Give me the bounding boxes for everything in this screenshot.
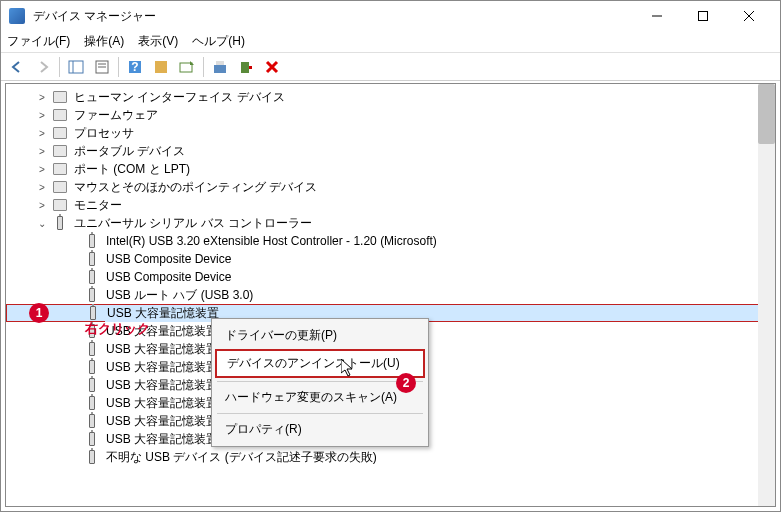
annotation-badge-1: 1 bbox=[29, 303, 49, 323]
category-hid[interactable]: >ヒューマン インターフェイス デバイス bbox=[6, 88, 775, 106]
usb-icon bbox=[84, 377, 100, 393]
usb-device-item[interactable]: 不明な USB デバイス (デバイス記述子要求の失敗) bbox=[6, 448, 775, 466]
category-port[interactable]: >ポート (COM と LPT) bbox=[6, 160, 775, 178]
forward-button[interactable] bbox=[31, 55, 55, 79]
svg-rect-1 bbox=[699, 12, 708, 21]
tree-item-label: 不明な USB デバイス (デバイス記述子要求の失敗) bbox=[104, 449, 379, 466]
action-props-button[interactable] bbox=[149, 55, 173, 79]
tree-item-label: USB Composite Device bbox=[104, 252, 233, 266]
menu-view[interactable]: 表示(V) bbox=[138, 33, 178, 50]
tree-item-label: マウスとそのほかのポインティング デバイス bbox=[72, 179, 319, 196]
cursor-icon bbox=[341, 359, 357, 379]
cm-properties[interactable]: プロパティ(R) bbox=[215, 417, 425, 442]
tree-item-label: USB 大容量記憶装置 bbox=[104, 359, 220, 376]
cm-uninstall-device[interactable]: デバイスのアンインストール(U) bbox=[215, 349, 425, 378]
scrollbar[interactable] bbox=[758, 84, 775, 506]
svg-rect-14 bbox=[216, 61, 224, 65]
usb-icon bbox=[84, 269, 100, 285]
usb-icon bbox=[84, 395, 100, 411]
tree-item-label: モニター bbox=[72, 197, 124, 214]
toolbar: ? bbox=[1, 53, 780, 81]
usb-icon bbox=[84, 431, 100, 447]
show-hide-button[interactable] bbox=[64, 55, 88, 79]
tree-item-label: ポート (COM と LPT) bbox=[72, 161, 192, 178]
tree-item-label: USB Composite Device bbox=[104, 270, 233, 284]
menu-help[interactable]: ヘルプ(H) bbox=[192, 33, 245, 50]
cm-update-driver[interactable]: ドライバーの更新(P) bbox=[215, 323, 425, 348]
usb-icon bbox=[84, 251, 100, 267]
svg-rect-13 bbox=[214, 65, 226, 73]
portable-icon bbox=[52, 143, 68, 159]
cm-separator bbox=[217, 381, 423, 382]
tree-item-label: ヒューマン インターフェイス デバイス bbox=[72, 89, 287, 106]
category-mouse[interactable]: >マウスとそのほかのポインティング デバイス bbox=[6, 178, 775, 196]
usb-icon bbox=[84, 341, 100, 357]
fw-icon bbox=[52, 107, 68, 123]
expander-icon[interactable]: > bbox=[36, 200, 48, 211]
usb-icon bbox=[84, 287, 100, 303]
window-controls bbox=[634, 1, 772, 31]
tree-item-label: ポータブル デバイス bbox=[72, 143, 187, 160]
menu-action[interactable]: 操作(A) bbox=[84, 33, 124, 50]
close-button[interactable] bbox=[726, 1, 772, 31]
tree-item-label: USB ルート ハブ (USB 3.0) bbox=[104, 287, 255, 304]
properties-button[interactable] bbox=[90, 55, 114, 79]
menu-file[interactable]: ファイル(F) bbox=[7, 33, 70, 50]
annotation-badge-2: 2 bbox=[396, 373, 416, 393]
toolbar-separator bbox=[59, 57, 60, 77]
expander-icon[interactable]: > bbox=[36, 164, 48, 175]
expander-icon[interactable]: ⌄ bbox=[36, 218, 48, 229]
category-cpu[interactable]: >プロセッサ bbox=[6, 124, 775, 142]
tree-item-label: USB 大容量記憶装置 bbox=[104, 431, 220, 448]
tree-item-label: USB 大容量記憶装置 bbox=[104, 413, 220, 430]
svg-rect-15 bbox=[241, 62, 249, 73]
category-fw[interactable]: >ファームウェア bbox=[6, 106, 775, 124]
expander-icon[interactable]: > bbox=[36, 110, 48, 121]
toolbar-separator bbox=[118, 57, 119, 77]
expander-icon[interactable]: > bbox=[36, 182, 48, 193]
svg-rect-16 bbox=[249, 66, 252, 69]
monitor-icon bbox=[52, 197, 68, 213]
scan-button[interactable] bbox=[175, 55, 199, 79]
expander-icon[interactable]: > bbox=[36, 128, 48, 139]
usb-icon bbox=[85, 305, 101, 321]
help-button[interactable]: ? bbox=[123, 55, 147, 79]
tree-item-label: ファームウェア bbox=[72, 107, 160, 124]
uninstall-button[interactable] bbox=[234, 55, 258, 79]
expander-icon[interactable]: > bbox=[36, 92, 48, 103]
tree-item-label: ユニバーサル シリアル バス コントローラー bbox=[72, 215, 314, 232]
expander-icon[interactable]: > bbox=[36, 146, 48, 157]
minimize-button[interactable] bbox=[634, 1, 680, 31]
hid-icon bbox=[52, 89, 68, 105]
category-portable[interactable]: >ポータブル デバイス bbox=[6, 142, 775, 160]
usb-device-item[interactable]: USB ルート ハブ (USB 3.0) bbox=[6, 286, 775, 304]
tree-item-label: USB 大容量記憶装置 bbox=[104, 377, 220, 394]
svg-rect-11 bbox=[155, 61, 167, 73]
svg-text:?: ? bbox=[131, 60, 138, 74]
tree-item-label: USB 大容量記憶装置 bbox=[105, 305, 221, 322]
annotation-right-click: 右クリック bbox=[85, 320, 150, 338]
usb-device-item[interactable]: USB Composite Device bbox=[6, 250, 775, 268]
usb-icon bbox=[84, 359, 100, 375]
usb-icon bbox=[84, 413, 100, 429]
update-driver-button[interactable] bbox=[208, 55, 232, 79]
category-monitor[interactable]: >モニター bbox=[6, 196, 775, 214]
port-icon bbox=[52, 161, 68, 177]
usb-icon bbox=[52, 215, 68, 231]
usb-device-item[interactable]: Intel(R) USB 3.20 eXtensible Host Contro… bbox=[6, 232, 775, 250]
usb-device-item[interactable]: USB Composite Device bbox=[6, 268, 775, 286]
tree-item-label: USB 大容量記憶装置 bbox=[104, 341, 220, 358]
maximize-button[interactable] bbox=[680, 1, 726, 31]
toolbar-separator bbox=[203, 57, 204, 77]
cm-scan-hardware[interactable]: ハードウェア変更のスキャン(A) bbox=[215, 385, 425, 410]
tree-item-label: USB 大容量記憶装置 bbox=[104, 395, 220, 412]
cpu-icon bbox=[52, 125, 68, 141]
category-usb[interactable]: ⌄ユニバーサル シリアル バス コントローラー bbox=[6, 214, 775, 232]
usb-icon bbox=[84, 233, 100, 249]
cm-separator bbox=[217, 413, 423, 414]
window-title: デバイス マネージャー bbox=[9, 8, 634, 25]
tree-item-label: Intel(R) USB 3.20 eXtensible Host Contro… bbox=[104, 234, 439, 248]
delete-button[interactable] bbox=[260, 55, 284, 79]
menu-bar: ファイル(F) 操作(A) 表示(V) ヘルプ(H) bbox=[1, 31, 780, 53]
back-button[interactable] bbox=[5, 55, 29, 79]
